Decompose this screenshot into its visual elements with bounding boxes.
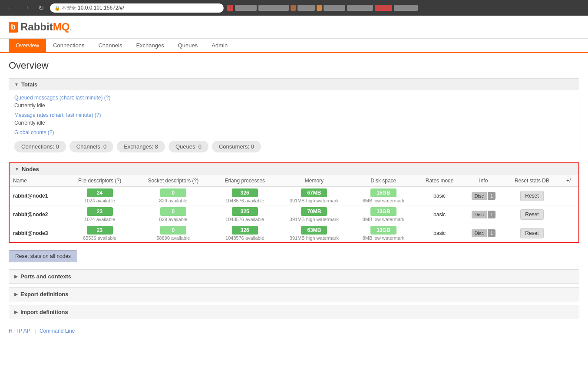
channels-value: 0 — [103, 143, 106, 150]
footer-links: HTTP API | Command Line — [9, 328, 579, 334]
node-plus-minus-1 — [561, 205, 579, 224]
node-rates-mode-0: basic — [416, 187, 463, 205]
node-socket-desc-0: 0 829 available — [134, 187, 212, 205]
connections-badge: Connections: 0 — [14, 141, 66, 152]
nav-queues[interactable]: Queues — [171, 39, 205, 53]
disc-num-2: 1 — [488, 229, 496, 237]
reset-button-1[interactable]: Reset — [520, 209, 543, 220]
url-bar[interactable]: 🔒 不安全 10.0.0.101:15672/#/ — [50, 3, 224, 13]
queues-value: 0 — [198, 143, 202, 150]
footer-separator: | — [35, 328, 36, 334]
back-button[interactable]: ← — [4, 3, 17, 13]
disc-num-1: 1 — [488, 211, 496, 218]
bookmark-3[interactable] — [258, 5, 289, 11]
forward-button[interactable]: → — [20, 3, 32, 13]
rabbitmq-logo: b RabbitMQ. — [9, 21, 72, 33]
node-name-0: rabbit@node1 — [10, 187, 66, 205]
queues-badge: Queues: 0 — [168, 141, 208, 152]
col-reset-stats: Reset stats DB — [503, 175, 560, 187]
export-header[interactable]: ▶ Export definitions — [9, 288, 579, 301]
node-disk-0: 15GB 8MB low watermark — [351, 187, 416, 205]
disc-button-1[interactable]: Disc — [472, 211, 487, 218]
nav-connections[interactable]: Connections — [46, 39, 91, 53]
reset-all-nodes-button[interactable]: Reset stats on all nodes — [9, 250, 77, 262]
logo-text: RabbitMQ. — [20, 21, 72, 33]
lock-icon: 🔒 不安全 — [54, 5, 76, 11]
command-line-link[interactable]: Command Line — [40, 328, 75, 334]
bookmark-1[interactable] — [227, 5, 233, 11]
nav-bar: Overview Connections Channels Exchanges … — [0, 39, 588, 53]
bookmarks-bar — [227, 5, 584, 11]
nav-exchanges[interactable]: Exchanges — [129, 39, 171, 53]
col-info: Info — [463, 175, 503, 187]
node-plus-minus-0 — [561, 187, 579, 205]
totals-body: Queued messages (chart: last minute) (?)… — [9, 90, 579, 157]
queued-messages-value: Currently idle — [14, 102, 574, 109]
import-header[interactable]: ▶ Import definitions — [9, 305, 579, 319]
nav-overview[interactable]: Overview — [9, 39, 46, 53]
exchanges-label: Exchanges: — [124, 143, 153, 150]
logo-bar: b RabbitMQ. — [0, 16, 588, 39]
node-plus-minus-2 — [561, 224, 579, 243]
disc-button-2[interactable]: Disc — [472, 229, 487, 237]
url-text: 10.0.0.101:15672/#/ — [78, 5, 124, 11]
import-label: Import definitions — [20, 309, 68, 315]
node-memory-1: 70MB 391MB high watermark — [277, 205, 351, 224]
message-rates-value: Currently idle — [14, 120, 574, 126]
global-counts-label[interactable]: Global counts (?) — [14, 129, 574, 136]
nav-admin[interactable]: Admin — [205, 39, 235, 53]
exchanges-value: 8 — [155, 143, 158, 150]
exchanges-badge: Exchanges: 8 — [117, 141, 165, 152]
bookmark-5[interactable] — [297, 5, 315, 11]
ports-label: Ports and contexts — [20, 273, 71, 280]
node-info-1: Disc 1 — [463, 205, 503, 224]
node-erlang-2: 326 1048576 available — [213, 224, 277, 243]
disc-button-0[interactable]: Disc — [472, 192, 487, 200]
message-rates-label[interactable]: Message rates (chart: last minute) (?) — [14, 112, 574, 118]
connections-value: 0 — [56, 143, 59, 150]
bookmark-6[interactable] — [317, 5, 322, 11]
node-reset-1: Reset — [503, 205, 560, 224]
ports-section: ▶ Ports and contexts — [9, 269, 579, 284]
reset-button-2[interactable]: Reset — [520, 228, 543, 238]
page-title: Overview — [9, 60, 579, 71]
http-api-link[interactable]: HTTP API — [9, 328, 32, 334]
ports-header[interactable]: ▶ Ports and contexts — [9, 270, 579, 283]
bookmark-10[interactable] — [394, 5, 418, 11]
queued-messages-label[interactable]: Queued messages (chart: last minute) (?) — [14, 95, 574, 101]
node-info-0: Disc 1 — [463, 187, 503, 205]
ports-arrow: ▶ — [14, 274, 18, 279]
bookmark-4[interactable] — [291, 5, 296, 11]
node-socket-desc-1: 0 829 available — [134, 205, 212, 224]
consumers-badge: Consumers: 0 — [212, 141, 261, 152]
disc-num-0: 1 — [488, 192, 496, 200]
nodes-table: Name File descriptors (?) Socket descrip… — [10, 175, 578, 242]
main-content: Overview ▼ Totals Queued messages (chart… — [0, 53, 588, 341]
connections-label: Connections: — [21, 143, 54, 150]
table-row: rabbit@node1 24 1024 available 0 829 ava… — [10, 187, 578, 205]
node-name-2: rabbit@node3 — [10, 224, 66, 243]
queues-label: Queues: — [175, 143, 197, 150]
stats-row: Connections: 0 Channels: 0 Exchanges: 8 … — [14, 141, 574, 152]
bookmark-8[interactable] — [347, 5, 373, 11]
totals-label: Totals — [21, 81, 37, 88]
table-row: rabbit@node2 23 1024 available 0 829 ava… — [10, 205, 578, 224]
nav-channels[interactable]: Channels — [91, 39, 129, 53]
node-disk-1: 13GB 8MB low watermark — [351, 205, 416, 224]
reset-button-0[interactable]: Reset — [520, 191, 543, 201]
node-socket-desc-2: 0 58890 available — [134, 224, 212, 243]
totals-header[interactable]: ▼ Totals — [9, 79, 579, 90]
export-section: ▶ Export definitions — [9, 287, 579, 301]
consumers-label: Consumers: — [219, 143, 249, 150]
nodes-header[interactable]: ▼ Nodes — [10, 163, 578, 175]
reload-button[interactable]: ↻ — [36, 3, 46, 13]
bookmark-7[interactable] — [324, 5, 345, 11]
bookmark-9[interactable] — [375, 5, 392, 11]
totals-arrow: ▼ — [14, 82, 19, 87]
node-file-desc-0: 24 1024 available — [66, 187, 134, 205]
channels-label: Channels: — [76, 143, 102, 150]
node-reset-0: Reset — [503, 187, 560, 205]
bookmark-2[interactable] — [235, 5, 257, 11]
col-erlang: Erlang processes — [213, 175, 277, 187]
node-memory-0: 67MB 391MB high watermark — [277, 187, 351, 205]
